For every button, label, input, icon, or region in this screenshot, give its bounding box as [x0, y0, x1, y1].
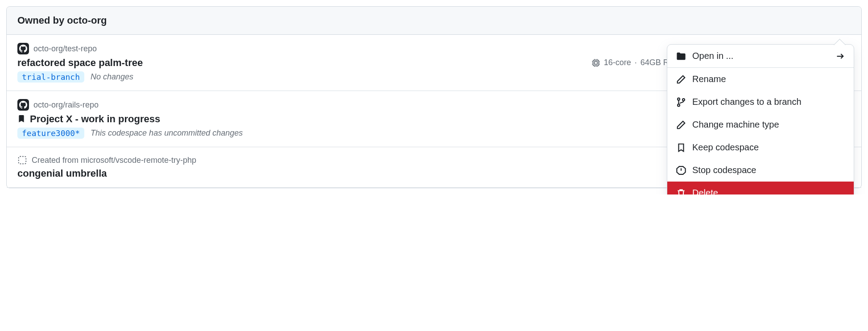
codespace-name[interactable]: Project X - work in progress: [17, 113, 243, 125]
menu-change-machine[interactable]: Change machine type: [667, 113, 854, 136]
branch-line: trial-branch No changes: [17, 71, 143, 83]
folder-icon: [676, 51, 686, 61]
pencil-icon: [676, 120, 686, 130]
svg-rect-1: [595, 61, 597, 64]
branch-line: feature3000* This codespace has uncommit…: [17, 128, 243, 139]
menu-open-in-label: Open in ...: [692, 51, 733, 61]
menu-stop-label: Stop codespace: [692, 165, 756, 175]
stop-icon: [676, 166, 686, 175]
bookmark-icon: [17, 114, 25, 124]
menu-open-in[interactable]: Open in ...: [667, 45, 854, 68]
menu-change-machine-label: Change machine type: [692, 120, 779, 130]
github-icon: [17, 43, 29, 54]
codespace-name-text: congenial umbrella: [17, 168, 107, 179]
git-branch-icon: [676, 97, 686, 107]
trash-icon: [676, 188, 686, 195]
svg-point-12: [678, 104, 680, 106]
menu-export-label: Export changes to a branch: [692, 97, 802, 107]
template-icon: [17, 155, 27, 165]
panel-title: Owned by octo-org: [17, 15, 107, 26]
codespace-name[interactable]: congenial umbrella: [17, 168, 196, 179]
panel-header: Owned by octo-org: [7, 7, 861, 35]
menu-delete[interactable]: Delete: [667, 182, 854, 194]
bookmark-outline-icon: [676, 143, 686, 153]
menu-rename-label: Rename: [692, 74, 726, 84]
svg-rect-8: [19, 157, 26, 164]
svg-point-11: [678, 98, 680, 100]
menu-delete-label: Delete: [692, 188, 718, 194]
codespaces-panel: Owned by octo-org octo-org/test-repo ref…: [6, 6, 862, 188]
branch-chip[interactable]: feature3000*: [17, 128, 84, 139]
arrow-right-icon: [836, 52, 845, 61]
github-icon: [17, 99, 29, 111]
branch-status: This codespace has uncommitted changes: [91, 128, 243, 138]
svg-rect-0: [593, 60, 599, 66]
menu-keep-label: Keep codespace: [692, 142, 759, 153]
svg-point-13: [682, 99, 685, 101]
row-left: octo-org/rails-repo Project X - work in …: [17, 99, 243, 139]
row-left: Created from microsoft/vscode-remote-try…: [17, 155, 196, 179]
codespace-name[interactable]: refactored space palm-tree: [17, 57, 143, 69]
spec-cpu: 16-core: [604, 58, 631, 67]
branch-status: No changes: [91, 72, 133, 82]
repo-line: Created from microsoft/vscode-remote-try…: [17, 155, 196, 165]
menu-keep-codespace[interactable]: Keep codespace: [667, 136, 854, 159]
pencil-icon: [676, 74, 686, 84]
row-left: octo-org/test-repo refactored space palm…: [17, 43, 143, 83]
menu-export-branch[interactable]: Export changes to a branch: [667, 91, 854, 113]
repo-name[interactable]: octo-org/test-repo: [33, 44, 97, 54]
cpu-icon: [591, 58, 600, 67]
menu-rename[interactable]: Rename: [667, 68, 854, 91]
repo-name[interactable]: octo-org/rails-repo: [33, 100, 99, 110]
repo-line: octo-org/rails-repo: [17, 99, 243, 111]
codespace-actions-menu: Open in ... Rename Export changes to a b…: [667, 44, 854, 194]
menu-stop-codespace[interactable]: Stop codespace: [667, 159, 854, 182]
branch-chip[interactable]: trial-branch: [17, 71, 84, 83]
separator-dot: ·: [635, 58, 637, 67]
template-text: Created from microsoft/vscode-remote-try…: [32, 156, 196, 165]
repo-line: octo-org/test-repo: [17, 43, 143, 54]
codespace-name-text: Project X - work in progress: [30, 113, 160, 125]
codespace-name-text: refactored space palm-tree: [17, 57, 143, 69]
